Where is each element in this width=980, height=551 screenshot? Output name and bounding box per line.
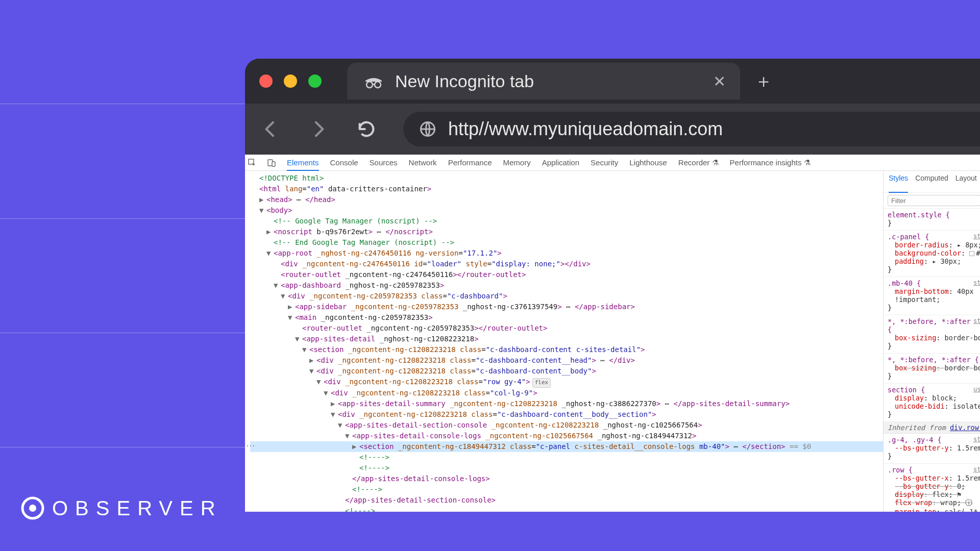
- dom-line[interactable]: <!---->: [250, 484, 883, 495]
- dom-line[interactable]: <router-outlet _ngcontent-ng-c2476450116…: [250, 269, 883, 280]
- styles-sidebar: Styles Computed Layout Event L :hov .cls…: [883, 171, 980, 512]
- dom-line[interactable]: <!---->: [250, 452, 883, 463]
- url-text: http//www.myuniqueadomain.com: [448, 118, 723, 140]
- browser-window: New Incognito tab ✕ ＋ http//www.myunique…: [245, 59, 980, 512]
- devtools-tab-network[interactable]: Network: [409, 158, 437, 167]
- window-titlebar: New Incognito tab ✕ ＋: [245, 59, 980, 104]
- browser-toolbar: http//www.myuniqueadomain.com: [245, 104, 980, 155]
- bg-guide-line: [0, 218, 245, 219]
- css-rule[interactable]: styles-K5.row {--bs-gutter-x: 1.5rem;--b…: [884, 464, 980, 512]
- dom-line[interactable]: ▼<app-sites-detail-console-logs _ngconte…: [250, 431, 883, 441]
- devtools-tab-elements[interactable]: Elements: [287, 158, 319, 171]
- dom-line[interactable]: <!-- Google Tag Manager (noscript) -->: [250, 216, 883, 227]
- address-bar[interactable]: http//www.myuniqueadomain.com: [403, 112, 980, 146]
- dom-line[interactable]: <!---->: [250, 463, 883, 473]
- bg-guide-line: [0, 104, 245, 104]
- nav-back-button[interactable]: [259, 118, 282, 140]
- brand-text: OBSERVER: [52, 497, 223, 520]
- inspect-icon[interactable]: [248, 159, 256, 167]
- dom-line[interactable]: ▶<app-sidebar _ngcontent-ng-c2059782353 …: [250, 302, 883, 312]
- dom-line[interactable]: ▼<app-sites-detail _nghost-ng-c120822321…: [250, 334, 883, 344]
- window-zoom-button[interactable]: [308, 74, 322, 88]
- css-rule[interactable]: user agensection {display: block;unicode…: [884, 384, 980, 422]
- nav-reload-button[interactable]: [355, 118, 378, 140]
- arrow-left-icon: [260, 119, 281, 139]
- dom-line[interactable]: ▶<app-sites-detail-summary _ngcontent-ng…: [250, 398, 883, 409]
- arrow-right-icon: [308, 119, 329, 139]
- window-close-button[interactable]: [259, 74, 273, 88]
- css-rule[interactable]: styles-K5.c-panel {border-radius: ▸ 8px;…: [884, 231, 980, 277]
- dom-line[interactable]: ▼<app-sites-detail-section-console _ngco…: [250, 420, 883, 431]
- dom-line[interactable]: ▼<app-dashboard _nghost-ng-c2059782353>: [250, 280, 883, 291]
- observer-logo-icon: [20, 496, 45, 520]
- dom-line[interactable]: </app-sites-detail-console-logs>: [250, 473, 883, 484]
- dom-line[interactable]: <!---->: [250, 506, 883, 512]
- styles-filter-row: :hov .cls: [884, 193, 980, 209]
- dom-line[interactable]: ▼<div _ngcontent-ng-c1208223218 class="c…: [250, 366, 883, 377]
- dom-line[interactable]: ▼<app-root _nghost-ng-c2476450116 ng-ver…: [250, 248, 883, 259]
- dom-line[interactable]: ▼<div _ngcontent-ng-c1208223218 class="r…: [250, 377, 883, 388]
- svg-point-1: [29, 505, 36, 512]
- dom-line[interactable]: <!DOCTYPE html>: [250, 173, 883, 184]
- new-tab-button[interactable]: ＋: [754, 69, 773, 94]
- dom-tree[interactable]: <!DOCTYPE html><html lang="en" data-crit…: [245, 171, 883, 512]
- dom-line[interactable]: ▼<section _ngcontent-ng-c1208223218 clas…: [250, 344, 883, 355]
- brand-logo: OBSERVER: [20, 496, 223, 520]
- dom-line[interactable]: ▼<main _ngcontent-ng-c2059782353>: [250, 312, 883, 323]
- svg-rect-7: [272, 162, 275, 166]
- incognito-icon: [363, 73, 384, 89]
- devtools-tab-recorder[interactable]: Recorder ⚗: [678, 158, 719, 167]
- devtools-tab-performance[interactable]: Performance: [448, 158, 492, 167]
- dom-line[interactable]: ▶<section _ngcontent-ng-c1849447312 clas…: [250, 441, 883, 452]
- bg-guide-line: [0, 333, 245, 333]
- window-traffic-lights: [259, 74, 322, 88]
- dom-line[interactable]: ▶<div _ngcontent-ng-c1208223218 class="c…: [250, 355, 883, 366]
- dom-line[interactable]: ▶<head> ⋯ </head>: [250, 194, 883, 205]
- tab-close-button[interactable]: ✕: [713, 72, 726, 90]
- svg-point-2: [366, 82, 373, 88]
- devtools-tab-perf-insights[interactable]: Performance insights ⚗: [730, 158, 811, 167]
- css-rule[interactable]: styles-K5.mb-40 {margin-bottom: 40px !im…: [884, 277, 980, 315]
- dom-line[interactable]: <router-outlet _ngcontent-ng-c2059782353…: [250, 323, 883, 334]
- css-rule[interactable]: element.style {}: [884, 209, 980, 231]
- css-rule[interactable]: styles-K5.g-4, .gy-4 {--bs-gutter-y: 1.5…: [884, 434, 980, 464]
- dom-line[interactable]: ▼<div _ngcontent-ng-c2059782353 class="c…: [250, 291, 883, 302]
- bg-guide-line: [0, 447, 245, 447]
- dom-line[interactable]: ▼<div _ngcontent-ng-c1208223218 class="c…: [250, 409, 883, 420]
- dom-line[interactable]: ▶<noscript b-q9s76r2ewt> ⋯ </noscript>: [250, 227, 883, 237]
- svg-point-3: [375, 82, 381, 88]
- devtools-tab-sources[interactable]: Sources: [370, 158, 398, 167]
- styles-tab-computed[interactable]: Computed: [915, 174, 948, 190]
- styles-filter-input[interactable]: [888, 195, 980, 206]
- devtools-tab-memory[interactable]: Memory: [503, 158, 531, 167]
- window-minimize-button[interactable]: [284, 74, 297, 88]
- css-rule[interactable]: *, *:before, *:after {box-sizing: border…: [884, 354, 980, 384]
- globe-icon: [419, 120, 437, 138]
- nav-forward-button[interactable]: [307, 118, 330, 140]
- tab-title: New Incognito tab: [395, 71, 534, 91]
- styles-tabbar: Styles Computed Layout Event L: [884, 171, 980, 193]
- dom-line[interactable]: <div _ngcontent-ng-c2476450116 id="loade…: [250, 259, 883, 269]
- devtools-tab-lighthouse[interactable]: Lighthouse: [629, 158, 667, 167]
- devtools-tabbar: Elements Console Sources Network Perform…: [245, 155, 980, 171]
- styles-tab-styles[interactable]: Styles: [889, 174, 908, 193]
- css-rule[interactable]: styles-K5*, *:before, *:after {box-sizin…: [884, 315, 980, 354]
- dom-line[interactable]: ▼<div _ngcontent-ng-c1208223218 class="c…: [250, 388, 883, 398]
- dom-line[interactable]: <html lang="en" data-critters-container>: [250, 184, 883, 194]
- dom-line[interactable]: ▼<body>: [250, 205, 883, 216]
- browser-tab[interactable]: New Incognito tab ✕: [347, 63, 740, 99]
- devtools-panel: Elements Console Sources Network Perform…: [245, 155, 980, 512]
- dom-line[interactable]: </app-sites-detail-section-console>: [250, 495, 883, 506]
- devtools-tab-application[interactable]: Application: [542, 158, 579, 167]
- devtools-tab-security[interactable]: Security: [591, 158, 618, 167]
- dom-line[interactable]: <!-- End Google Tag Manager (noscript) -…: [250, 237, 883, 248]
- styles-tab-layout[interactable]: Layout: [955, 174, 977, 190]
- device-toggle-icon[interactable]: [267, 159, 276, 167]
- devtools-tab-console[interactable]: Console: [330, 158, 358, 167]
- reload-icon: [356, 119, 377, 139]
